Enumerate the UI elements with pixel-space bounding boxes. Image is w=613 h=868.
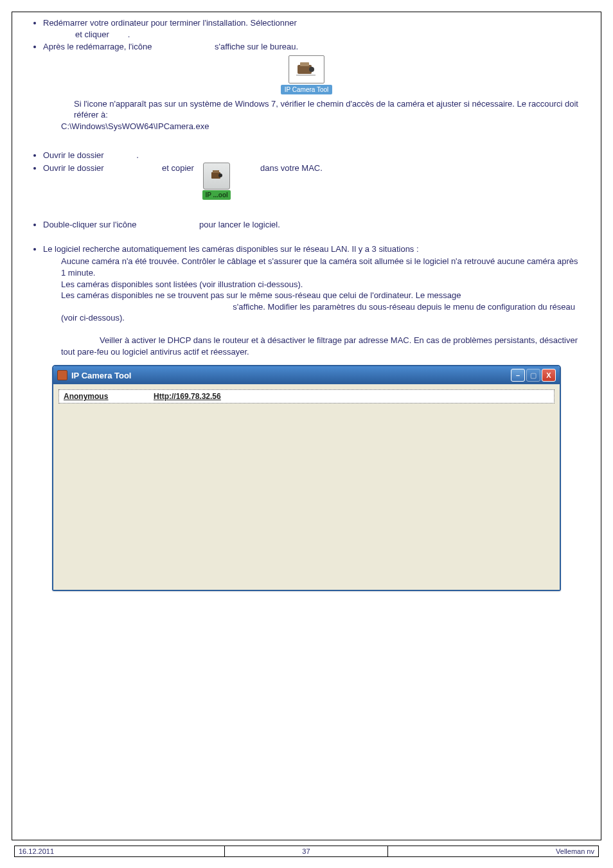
text: Les caméras disponibles ne se trouvent p… [61, 290, 461, 300]
window-titlebar: IP Camera Tool – ▢ X [53, 366, 560, 384]
bullet-auto-search: Le logiciel recherche automatiquement le… [43, 244, 584, 357]
text: Si l'icone n'apparaît pas sur un système… [74, 99, 578, 120]
situation-3: Les caméras disponibles ne se trouvent p… [61, 290, 584, 324]
note-dhcp: Veiller à activer le DHCP dans le routeu… [61, 324, 584, 358]
ip-camera-tool-desktop-icon: IP Camera Tool [277, 55, 336, 94]
text: et cliquer [75, 30, 109, 39]
bullet-restart: Redémarrer votre ordinateur pour termine… [43, 17, 584, 40]
text: Redémarrer votre ordinateur pour termine… [43, 18, 297, 28]
text: dans votre MAC. [260, 163, 323, 173]
bullet-open-folder-1: Ouvrir le dossier . [43, 150, 584, 161]
text: Veiller à activer le DHCP dans le routeu… [61, 335, 584, 357]
svg-point-4 [218, 173, 222, 177]
text: Double-cliquer sur l'icône [43, 220, 137, 229]
text: . [106, 150, 139, 160]
camera-list[interactable]: Anonymous Http://169.78.32.56 [58, 389, 555, 403]
camera-icon [289, 55, 324, 84]
svg-rect-1 [300, 62, 309, 66]
text [154, 42, 212, 51]
svg-rect-5 [213, 170, 219, 173]
page-footer: 16.12.2011 37 Velleman nv [14, 846, 599, 857]
text: Ouvrir le dossier [43, 150, 104, 160]
footer-company: Velleman nv [388, 846, 598, 856]
mac-app-icon: IP ...ool [202, 163, 230, 200]
svg-point-2 [309, 67, 314, 72]
text: C:\Windows\SysWOW64\IPCamera.exe [61, 121, 209, 132]
text: . [109, 30, 130, 39]
close-button[interactable]: X [542, 369, 556, 382]
footer-page: 37 [225, 846, 388, 856]
camera-name: Anonymous [64, 392, 134, 401]
text: Le logiciel recherche automatiquement le… [43, 244, 419, 254]
text: et copier [162, 163, 194, 173]
bullet-open-folder-2: Ouvrir le dossier et copier IP ...ool da… [43, 163, 584, 200]
text: pour lancer le logiciel. [199, 220, 280, 229]
text: Après le redémarrage, l'icône [43, 42, 152, 51]
text [61, 302, 231, 312]
bullet-after-restart: Après le redémarrage, l'icône s'affiche … [43, 41, 584, 53]
win7-note: Si l'icone n'apparaît pas sur un système… [29, 98, 584, 132]
ip-camera-tool-window: IP Camera Tool – ▢ X Anonymous Http://16… [52, 365, 561, 591]
window-title: IP Camera Tool [71, 371, 131, 380]
situation-2: Les caméras disponibles sont listées (vo… [61, 279, 584, 290]
text [106, 163, 159, 173]
maximize-button[interactable]: ▢ [526, 369, 540, 382]
app-icon [57, 370, 67, 380]
situation-1: Aucune caméra n'a été trouvée. Contrôler… [61, 256, 584, 278]
footer-date: 16.12.2011 [15, 846, 225, 856]
icon-caption: IP Camera Tool [281, 85, 333, 94]
text: s'affiche sur le bureau. [215, 42, 298, 51]
text: Ouvrir le dossier [43, 163, 104, 173]
list-item[interactable]: Anonymous Http://169.78.32.56 [60, 391, 553, 402]
bullet-double-click: Double-cliquer sur l'icône pour lancer l… [43, 219, 584, 231]
mac-icon-label: IP ...ool [202, 190, 230, 200]
camera-url: Http://169.78.32.56 [154, 392, 221, 401]
minimize-button[interactable]: – [511, 369, 525, 382]
text [139, 220, 197, 229]
camera-icon [203, 163, 230, 190]
text [239, 163, 258, 173]
